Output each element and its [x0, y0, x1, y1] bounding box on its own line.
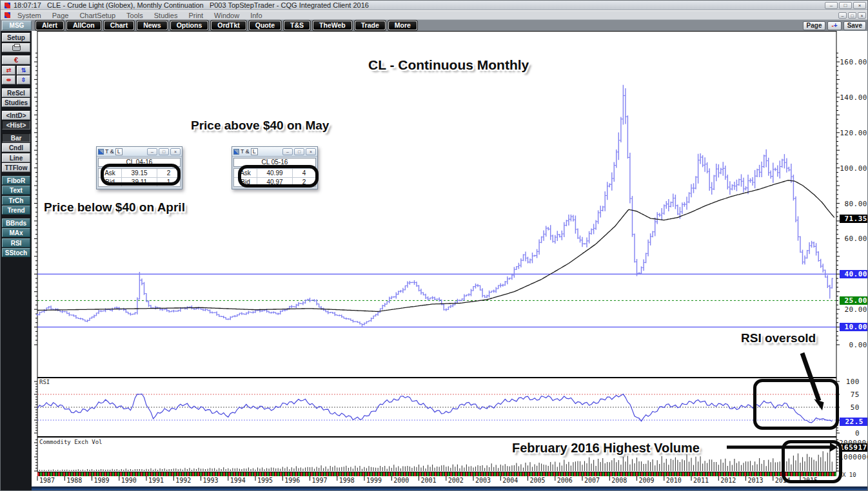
- price-chart-canvas[interactable]: [32, 31, 868, 491]
- minimize-icon[interactable]: –: [825, 2, 838, 9]
- sidebar-item-text-tool[interactable]: Text: [2, 186, 30, 195]
- menu-system[interactable]: System: [17, 12, 41, 19]
- annotation-rect-volume[interactable]: [782, 440, 842, 483]
- msg-center-button[interactable]: MSG Cntr: [2, 21, 32, 30]
- mdi-close-icon[interactable]: ×: [858, 12, 866, 19]
- toolbar-ts[interactable]: T&S: [284, 21, 310, 30]
- printer-icon: [12, 45, 21, 51]
- sidebar-item-print[interactable]: [2, 43, 30, 52]
- year-label-2003: 2003: [475, 477, 491, 484]
- rsi-oversold-annotation[interactable]: RSI oversold: [741, 331, 816, 345]
- year-label-1995: 1995: [257, 477, 273, 484]
- mdi-restore-icon[interactable]: □: [848, 12, 856, 19]
- plus-icon: +: [834, 22, 838, 29]
- toolbar-chart[interactable]: Chart: [104, 21, 134, 30]
- annotation-rect-rsi[interactable]: [753, 379, 839, 430]
- annotation-rect-may-quote[interactable]: [238, 165, 319, 188]
- menu-items: SystemPageChartSetupToolsStudiesPrintWin…: [17, 12, 262, 19]
- quote-minimize-icon[interactable]: –: [282, 148, 293, 155]
- sidebar-item-quotes[interactable]: €: [2, 55, 30, 64]
- price-label-160.00: 160.00: [839, 58, 867, 66]
- price-below-annotation[interactable]: Price below $40 on April: [44, 200, 185, 215]
- mdi-minimize-icon[interactable]: –: [838, 12, 847, 19]
- year-label-1994: 1994: [230, 477, 246, 484]
- menu-print[interactable]: Print: [188, 12, 203, 19]
- price-label-100.00: 100.00: [839, 164, 867, 173]
- sidebar-item-ttflow[interactable]: TTFlow: [2, 163, 30, 172]
- toolbar-options[interactable]: Options: [170, 21, 209, 30]
- sidebar-item-setup[interactable]: Setup: [2, 33, 30, 42]
- chart-area: RSI Commodity Exch Vol X 10 160.00140.00…: [32, 31, 868, 491]
- quote-window-titlebar[interactable]: T & L – □ ×: [97, 147, 182, 157]
- toolbar-more[interactable]: More: [388, 21, 417, 30]
- quote-close-icon[interactable]: ×: [306, 148, 316, 155]
- quote-restore-icon[interactable]: □: [159, 148, 169, 155]
- sidebar-tile-windows-red-icon[interactable]: ⇹: [2, 75, 15, 84]
- menu-studies[interactable]: Studies: [154, 12, 178, 19]
- chart-title-annotation[interactable]: CL - Continuous Monthly: [368, 57, 529, 73]
- main-toolbar: MSG Cntr AlertAllConChartNewsOptionsOrdT…: [1, 20, 868, 31]
- year-label-1998: 1998: [339, 477, 355, 484]
- page-button[interactable]: Page: [803, 21, 826, 30]
- toolbar-theweb[interactable]: TheWeb: [313, 21, 352, 30]
- year-label-2010: 2010: [666, 477, 682, 484]
- toolbar-ordtkt[interactable]: OrdTkt: [211, 21, 246, 30]
- year-label-1996: 1996: [284, 477, 300, 484]
- sidebar-item-trend-line[interactable]: Trend: [2, 206, 30, 215]
- sidebar-item-trend-channel[interactable]: TrCh: [2, 196, 30, 205]
- sidebar-item-rsi-study[interactable]: RSI: [2, 238, 30, 247]
- menu-chartsetup[interactable]: ChartSetup: [79, 12, 115, 19]
- menu-bar: SystemPageChartSetupToolsStudiesPrintWin…: [1, 11, 868, 20]
- price-label-20.00: 20.00: [839, 305, 867, 314]
- adjust-button[interactable]: -+: [827, 21, 841, 30]
- menu-page[interactable]: Page: [52, 12, 69, 19]
- price-badge-25.00: 25.00: [840, 296, 868, 305]
- quote-window-titlebar[interactable]: T & L – □ ×: [232, 147, 317, 157]
- sidebar-item-historical[interactable]: <Hist>: [2, 120, 30, 130]
- save-button[interactable]: Save: [843, 21, 866, 30]
- price-label-140.00: 140.00: [839, 93, 867, 102]
- sidebar-item-moving-average[interactable]: MAx: [2, 228, 30, 237]
- toolbar-news[interactable]: News: [137, 21, 167, 30]
- sidebar-item-rescale[interactable]: ReScl: [2, 88, 30, 97]
- close-icon[interactable]: ×: [853, 2, 866, 9]
- year-label-2006: 2006: [557, 477, 573, 484]
- rsi-label-50: 50: [839, 403, 867, 412]
- euro-quote-icon: €: [14, 56, 18, 64]
- year-label-2011: 2011: [693, 477, 709, 484]
- menu-info[interactable]: Info: [250, 12, 262, 19]
- sidebar-item-bollinger-bands[interactable]: BBnds: [2, 218, 30, 227]
- toolbar-trade[interactable]: Trade: [355, 21, 386, 30]
- window-titlebar[interactable]: 18:07:17 CLE - Crude Light (Globex), Mon…: [1, 1, 868, 10]
- year-label-1987: 1987: [39, 477, 55, 484]
- quote-close-icon[interactable]: ×: [170, 148, 181, 155]
- price-above-annotation[interactable]: Price above $40 on May: [191, 119, 329, 133]
- sidebar-item-line-style[interactable]: Line: [2, 153, 30, 162]
- sidebar-item-studies[interactable]: Studies: [2, 98, 30, 107]
- cqg-window: 18:07:17 CLE - Crude Light (Globex), Mon…: [0, 0, 868, 491]
- price-label-120.00: 120.00: [839, 129, 867, 137]
- quote-restore-icon[interactable]: □: [294, 148, 304, 155]
- menu-tools[interactable]: Tools: [126, 12, 143, 19]
- sidebar-item-intraday[interactable]: <IntD>: [2, 111, 30, 120]
- sidebar-swap-horizontal-icon[interactable]: ⇄: [2, 66, 15, 75]
- annotation-rect-april-quote[interactable]: [101, 164, 181, 186]
- quote-minimize-icon[interactable]: –: [147, 148, 157, 155]
- sidebar-item-bar-style[interactable]: Bar: [2, 133, 30, 142]
- feb-volume-annotation[interactable]: February 2016 Highest Volume: [512, 441, 700, 456]
- tl-window-icon: [233, 149, 239, 155]
- sidebar-icon-pair: ⇹⇳: [2, 75, 30, 84]
- toolbar-allcon[interactable]: AllCon: [66, 21, 101, 30]
- sidebar-swap-vertical-icon[interactable]: ⇅: [17, 66, 30, 75]
- restore-icon[interactable]: □: [839, 2, 852, 9]
- year-label-1993: 1993: [203, 477, 219, 484]
- sidebar-tile-windows-blue-icon[interactable]: ⇳: [17, 75, 30, 84]
- year-label-1997: 1997: [312, 477, 328, 484]
- toolbar-alert[interactable]: Alert: [35, 21, 64, 30]
- sidebar-item-candle-style[interactable]: Cndl: [2, 143, 30, 152]
- sidebar-item-slow-stochastic[interactable]: SStoch: [2, 248, 30, 257]
- menu-window[interactable]: Window: [214, 12, 239, 19]
- tl-window-title: T &: [241, 148, 250, 155]
- sidebar-item-fibo-retracement[interactable]: FiboR: [2, 176, 30, 185]
- toolbar-quote[interactable]: Quote: [249, 21, 281, 30]
